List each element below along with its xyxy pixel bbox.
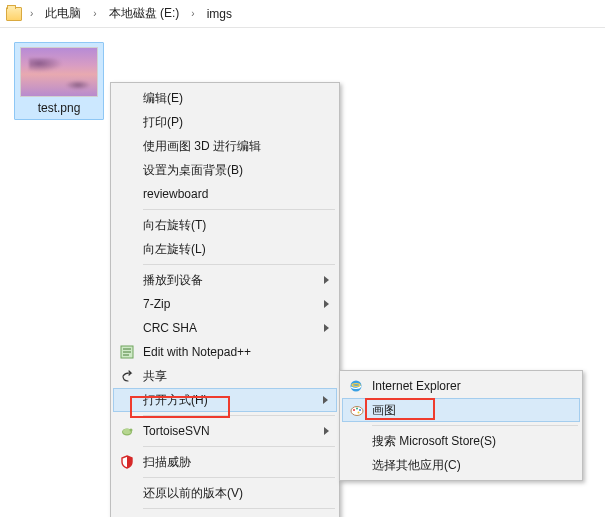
chevron-right-icon[interactable]: › [187, 8, 198, 19]
breadcrumb-item[interactable]: 本地磁盘 (E:) [105, 3, 184, 24]
menu-item-paint3d[interactable]: 使用画图 3D 进行编辑 [113, 134, 337, 158]
notepadpp-icon [119, 344, 135, 360]
menu-separator [372, 425, 578, 426]
submenu-arrow-icon [323, 396, 328, 404]
menu-item-print[interactable]: 打印(P) [113, 110, 337, 134]
svg-point-7 [353, 409, 355, 411]
share-icon [119, 368, 135, 384]
breadcrumb[interactable]: › 此电脑 › 本地磁盘 (E:) › imgs [0, 0, 605, 28]
menu-item-rotate-right[interactable]: 向右旋转(T) [113, 213, 337, 237]
breadcrumb-item[interactable]: imgs [203, 5, 236, 23]
menu-item-edit[interactable]: 编辑(E) [113, 86, 337, 110]
menu-item-scan[interactable]: 扫描威胁 [113, 450, 337, 474]
shield-icon [119, 454, 135, 470]
context-menu: 编辑(E) 打印(P) 使用画图 3D 进行编辑 设置为桌面背景(B) revi… [110, 82, 340, 517]
menu-separator [143, 264, 335, 265]
menu-item-rotate-left[interactable]: 向左旋转(L) [113, 237, 337, 261]
openwith-store[interactable]: 搜索 Microsoft Store(S) [342, 429, 580, 453]
openwith-paint[interactable]: 画图 [342, 398, 580, 422]
file-item-selected[interactable]: test.png [14, 42, 104, 120]
folder-icon [6, 7, 22, 21]
submenu-arrow-icon [324, 324, 329, 332]
openwith-ie[interactable]: Internet Explorer [342, 374, 580, 398]
chevron-right-icon[interactable]: › [26, 8, 37, 19]
menu-separator [143, 209, 335, 210]
menu-item-cast[interactable]: 播放到设备 [113, 268, 337, 292]
submenu-arrow-icon [324, 300, 329, 308]
menu-separator [143, 477, 335, 478]
svg-point-10 [358, 412, 360, 414]
breadcrumb-item[interactable]: 此电脑 [41, 3, 85, 24]
menu-item-restore-previous[interactable]: 还原以前的版本(V) [113, 481, 337, 505]
menu-item-share[interactable]: 共享 [113, 364, 337, 388]
file-name: test.png [19, 101, 99, 115]
submenu-arrow-icon [324, 427, 329, 435]
menu-item-7zip[interactable]: 7-Zip [113, 292, 337, 316]
menu-item-reviewboard[interactable]: reviewboard [113, 182, 337, 206]
menu-separator [143, 415, 335, 416]
svg-point-9 [359, 409, 361, 411]
svg-point-3 [130, 429, 133, 432]
paint-icon [349, 402, 365, 418]
ie-icon [348, 378, 364, 394]
menu-separator [143, 446, 335, 447]
tortoisesvn-icon [119, 423, 135, 439]
openwith-submenu: Internet Explorer 画图 搜索 Microsoft Store(… [339, 370, 583, 481]
openwith-other[interactable]: 选择其他应用(C) [342, 453, 580, 477]
menu-item-open-with[interactable]: 打开方式(H) [113, 388, 337, 412]
menu-item-crcsha[interactable]: CRC SHA [113, 316, 337, 340]
image-thumbnail [20, 47, 98, 97]
svg-point-8 [356, 408, 358, 410]
menu-item-set-background[interactable]: 设置为桌面背景(B) [113, 158, 337, 182]
submenu-arrow-icon [324, 276, 329, 284]
menu-item-tortoisesvn[interactable]: TortoiseSVN [113, 419, 337, 443]
chevron-right-icon[interactable]: › [89, 8, 100, 19]
menu-separator [143, 508, 335, 509]
menu-item-notepadpp[interactable]: Edit with Notepad++ [113, 340, 337, 364]
menu-item-send-to[interactable]: 发送到(N) [113, 512, 337, 517]
